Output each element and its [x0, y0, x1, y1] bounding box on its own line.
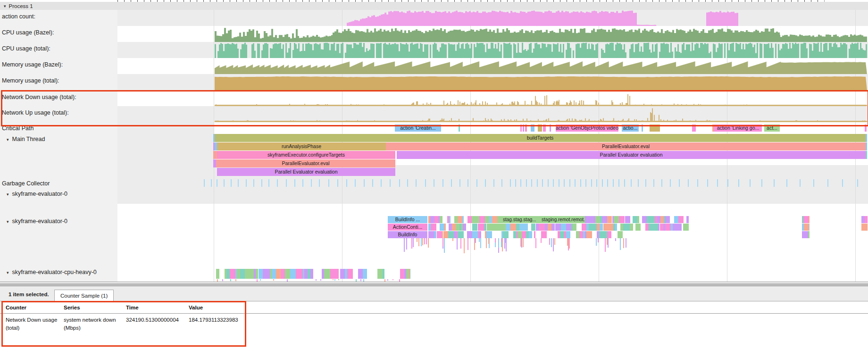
cpu-heavy-slice[interactable]	[272, 269, 276, 279]
cpu-heavy-slice[interactable]	[335, 269, 339, 279]
evaluator-slice[interactable]	[865, 216, 868, 223]
gc-event-tick[interactable]	[515, 179, 516, 187]
evaluator-slice[interactable]	[430, 216, 434, 223]
evaluator-slice[interactable]	[582, 224, 586, 231]
gc-event-tick[interactable]	[813, 179, 814, 187]
critical-path-slice[interactable]	[520, 125, 522, 132]
gc-event-tick[interactable]	[407, 179, 408, 187]
evaluator-slice[interactable]	[506, 224, 510, 231]
gc-event-tick[interactable]	[857, 179, 858, 187]
evaluator-slice[interactable]	[589, 224, 592, 231]
critical-path-slice[interactable]: actio...	[622, 125, 639, 132]
evaluator-slice[interactable]	[463, 224, 466, 231]
splitter-handle[interactable]	[0, 283, 868, 286]
cpu-heavy-slice[interactable]	[363, 269, 367, 279]
evaluator-slice[interactable]	[462, 231, 464, 238]
evaluator-slice[interactable]	[534, 231, 536, 238]
gc-event-tick[interactable]	[645, 179, 646, 187]
gc-event-tick[interactable]	[459, 179, 460, 187]
evaluator-slice[interactable]	[501, 224, 506, 231]
evaluator-slice[interactable]	[861, 224, 867, 231]
evaluator-slice[interactable]	[686, 216, 689, 223]
evaluator-slice[interactable]	[555, 224, 561, 231]
evaluator-slice[interactable]	[674, 216, 679, 223]
main-thread-slice[interactable]: buildTargets	[215, 134, 866, 142]
col-header-counter[interactable]: Counter	[6, 305, 26, 310]
gc-event-tick[interactable]	[211, 179, 212, 187]
evaluator-slice[interactable]	[657, 216, 660, 223]
gc-event-tick[interactable]	[580, 179, 581, 187]
main-thread-slice[interactable]	[866, 142, 867, 150]
cpu-heavy-slice[interactable]	[226, 269, 230, 279]
evaluator-slice[interactable]	[440, 224, 444, 231]
evaluator-slice[interactable]	[454, 216, 458, 223]
gc-event-tick[interactable]	[224, 179, 225, 187]
evaluator-slice[interactable]	[472, 224, 477, 231]
gc-event-tick[interactable]	[638, 179, 639, 187]
cpu-heavy-slice[interactable]	[240, 269, 245, 279]
cpu-heavy-slice[interactable]	[332, 269, 335, 279]
evaluator-slice[interactable]	[599, 231, 604, 238]
critical-path-slice[interactable]	[525, 125, 527, 132]
evaluator-slice[interactable]	[518, 231, 522, 238]
cell-series[interactable]: system network down (Mbps)	[64, 316, 123, 332]
evaluator-slice[interactable]	[809, 216, 810, 223]
evaluator-slice[interactable]	[642, 216, 647, 223]
gc-event-tick[interactable]	[268, 179, 269, 187]
evaluator-slice[interactable]	[660, 216, 664, 223]
critical-path-slice[interactable]	[692, 125, 696, 132]
evaluator-slice[interactable]	[861, 216, 865, 223]
evaluator-slice[interactable]	[487, 224, 492, 231]
gc-event-tick[interactable]	[542, 179, 543, 187]
evaluator-slice[interactable]	[579, 231, 583, 238]
evaluator-slice[interactable]	[635, 224, 641, 231]
evaluator-slice[interactable]	[503, 231, 509, 238]
evaluator-slice[interactable]	[637, 216, 639, 223]
evaluator-slice[interactable]	[492, 224, 495, 231]
critical-path-slice[interactable]	[865, 125, 867, 132]
gc-event-tick[interactable]	[585, 179, 586, 187]
main-thread-slice[interactable]: Parallel Evaluator evaluation	[397, 151, 866, 159]
evaluator-slice[interactable]	[625, 216, 630, 223]
sidebar-track-label[interactable]: ▾skyframe-evaluator-0	[7, 217, 67, 225]
gc-event-tick[interactable]	[661, 179, 662, 187]
evaluator-slice[interactable]	[603, 224, 608, 231]
gc-event-tick[interactable]	[827, 179, 828, 187]
evaluator-slice[interactable]	[452, 224, 456, 231]
evaluator-slice[interactable]	[630, 224, 633, 231]
cpu-heavy-slice[interactable]	[358, 269, 361, 279]
evaluator-slice[interactable]	[678, 216, 684, 223]
evaluator-slice[interactable]	[437, 231, 442, 238]
timeline-canvas[interactable]: action 'Creatin...action 'GenObjcProtos …	[117, 10, 868, 282]
gc-event-tick[interactable]	[786, 179, 787, 187]
cpu-heavy-slice[interactable]	[377, 269, 383, 279]
evaluator-slice[interactable]	[576, 231, 579, 238]
gc-event-tick[interactable]	[707, 179, 708, 187]
evaluator-slice[interactable]	[478, 224, 482, 231]
evaluator-slice[interactable]	[608, 224, 612, 231]
cpu-heavy-slice[interactable]	[290, 269, 296, 279]
gc-event-tick[interactable]	[842, 179, 843, 187]
gc-event-tick[interactable]	[204, 179, 205, 187]
gc-event-tick[interactable]	[501, 179, 502, 187]
gc-event-tick[interactable]	[476, 179, 477, 187]
evaluator-slice[interactable]	[449, 216, 451, 223]
gc-event-tick[interactable]	[553, 179, 554, 187]
cpu-heavy-slice[interactable]	[406, 269, 409, 279]
gc-event-tick[interactable]	[564, 179, 565, 187]
main-thread-slice[interactable]	[866, 151, 867, 159]
cpu-heavy-slice[interactable]	[216, 269, 219, 279]
critical-path-slice[interactable]	[543, 125, 546, 132]
critical-path-slice[interactable]: action 'GenObjcProtos video/...	[556, 125, 618, 132]
gc-event-tick[interactable]	[670, 179, 671, 187]
cell-counter[interactable]: Network Down usage (total)	[6, 316, 58, 332]
evaluator-slice[interactable]	[660, 224, 664, 231]
evaluator-slice[interactable]	[602, 216, 607, 223]
evaluator-slice[interactable]	[551, 224, 555, 231]
cpu-heavy-slice[interactable]	[259, 269, 263, 279]
gc-event-tick[interactable]	[750, 179, 751, 187]
evaluator-slice[interactable]	[867, 224, 868, 231]
evaluator-slice-group[interactable]: stag.stag.stag...staging.remot.remot...	[501, 216, 585, 223]
gc-event-tick[interactable]	[624, 179, 625, 187]
evaluator-slice[interactable]	[467, 216, 472, 223]
